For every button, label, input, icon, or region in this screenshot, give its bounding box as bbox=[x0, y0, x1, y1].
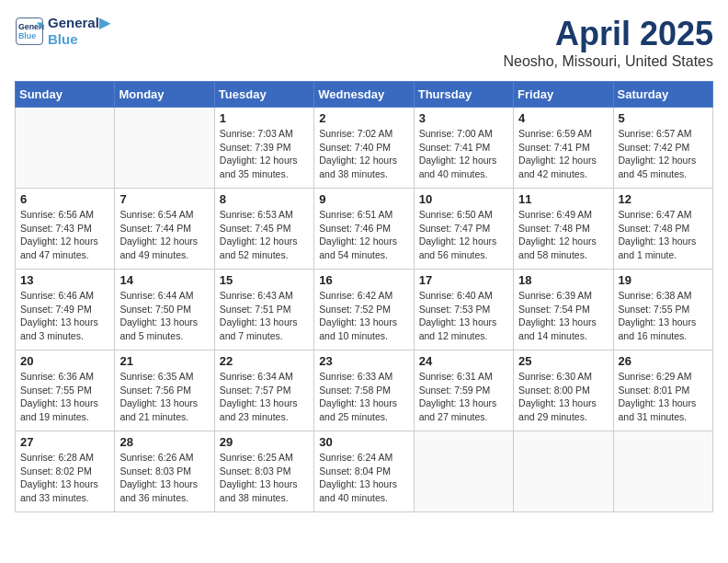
calendar-cell: 17Sunrise: 6:40 AM Sunset: 7:53 PM Dayli… bbox=[414, 270, 513, 350]
day-number: 7 bbox=[119, 192, 209, 206]
weekday-header-tuesday: Tuesday bbox=[214, 82, 313, 108]
day-info: Sunrise: 6:40 AM Sunset: 7:53 PM Dayligh… bbox=[419, 289, 508, 343]
day-number: 16 bbox=[319, 273, 408, 287]
calendar-cell: 21Sunrise: 6:35 AM Sunset: 7:56 PM Dayli… bbox=[115, 350, 214, 431]
calendar-cell: 6Sunrise: 6:56 AM Sunset: 7:43 PM Daylig… bbox=[16, 189, 115, 270]
day-number: 9 bbox=[319, 192, 408, 206]
day-info: Sunrise: 6:50 AM Sunset: 7:47 PM Dayligh… bbox=[419, 208, 508, 262]
day-number: 24 bbox=[419, 354, 508, 368]
calendar-cell: 11Sunrise: 6:49 AM Sunset: 7:48 PM Dayli… bbox=[514, 189, 613, 270]
calendar-week-row: 6Sunrise: 6:56 AM Sunset: 7:43 PM Daylig… bbox=[16, 189, 713, 270]
day-number: 1 bbox=[220, 111, 309, 125]
weekday-header-thursday: Thursday bbox=[414, 82, 513, 108]
calendar-cell: 18Sunrise: 6:39 AM Sunset: 7:54 PM Dayli… bbox=[514, 270, 613, 350]
day-info: Sunrise: 6:28 AM Sunset: 8:02 PM Dayligh… bbox=[20, 451, 109, 505]
page-header: General Blue General▶ Blue April 2025 Ne… bbox=[15, 15, 713, 70]
calendar-cell: 7Sunrise: 6:54 AM Sunset: 7:44 PM Daylig… bbox=[115, 189, 214, 270]
day-info: Sunrise: 7:03 AM Sunset: 7:39 PM Dayligh… bbox=[220, 127, 309, 181]
calendar-cell: 3Sunrise: 7:00 AM Sunset: 7:41 PM Daylig… bbox=[414, 108, 513, 189]
day-info: Sunrise: 6:57 AM Sunset: 7:42 PM Dayligh… bbox=[619, 127, 708, 181]
calendar-cell: 19Sunrise: 6:38 AM Sunset: 7:55 PM Dayli… bbox=[613, 270, 712, 350]
day-number: 29 bbox=[220, 435, 309, 449]
day-info: Sunrise: 6:38 AM Sunset: 7:55 PM Dayligh… bbox=[619, 289, 708, 343]
calendar-cell: 30Sunrise: 6:24 AM Sunset: 8:04 PM Dayli… bbox=[314, 431, 414, 512]
calendar-cell bbox=[115, 108, 214, 189]
day-number: 18 bbox=[518, 273, 608, 287]
calendar-cell bbox=[514, 431, 613, 512]
weekday-header-sunday: Sunday bbox=[16, 82, 115, 108]
calendar-cell: 22Sunrise: 6:34 AM Sunset: 7:57 PM Dayli… bbox=[214, 350, 313, 431]
calendar-cell: 9Sunrise: 6:51 AM Sunset: 7:46 PM Daylig… bbox=[314, 189, 414, 270]
day-number: 19 bbox=[619, 273, 708, 287]
day-info: Sunrise: 6:24 AM Sunset: 8:04 PM Dayligh… bbox=[319, 451, 408, 505]
calendar-cell: 4Sunrise: 6:59 AM Sunset: 7:41 PM Daylig… bbox=[514, 108, 613, 189]
weekday-header-monday: Monday bbox=[115, 82, 214, 108]
day-info: Sunrise: 6:42 AM Sunset: 7:52 PM Dayligh… bbox=[319, 289, 408, 343]
day-info: Sunrise: 7:00 AM Sunset: 7:41 PM Dayligh… bbox=[419, 127, 508, 181]
calendar-cell: 8Sunrise: 6:53 AM Sunset: 7:45 PM Daylig… bbox=[214, 189, 313, 270]
calendar-cell bbox=[414, 431, 513, 512]
calendar-cell: 2Sunrise: 7:02 AM Sunset: 7:40 PM Daylig… bbox=[314, 108, 414, 189]
title-block: April 2025 Neosho, Missouri, United Stat… bbox=[503, 15, 713, 70]
calendar-week-row: 27Sunrise: 6:28 AM Sunset: 8:02 PM Dayli… bbox=[16, 431, 713, 512]
day-info: Sunrise: 6:36 AM Sunset: 7:55 PM Dayligh… bbox=[20, 370, 109, 424]
day-number: 17 bbox=[419, 273, 508, 287]
calendar-cell: 27Sunrise: 6:28 AM Sunset: 8:02 PM Dayli… bbox=[16, 431, 115, 512]
day-number: 23 bbox=[319, 354, 408, 368]
svg-text:Blue: Blue bbox=[18, 31, 36, 40]
day-number: 3 bbox=[419, 111, 508, 125]
day-info: Sunrise: 6:35 AM Sunset: 7:56 PM Dayligh… bbox=[119, 370, 209, 424]
day-number: 10 bbox=[419, 192, 508, 206]
day-number: 27 bbox=[20, 435, 109, 449]
day-info: Sunrise: 6:33 AM Sunset: 7:58 PM Dayligh… bbox=[319, 370, 408, 424]
day-info: Sunrise: 6:29 AM Sunset: 8:01 PM Dayligh… bbox=[619, 370, 708, 424]
day-info: Sunrise: 6:26 AM Sunset: 8:03 PM Dayligh… bbox=[119, 451, 209, 505]
day-number: 28 bbox=[119, 435, 209, 449]
day-info: Sunrise: 6:56 AM Sunset: 7:43 PM Dayligh… bbox=[20, 208, 109, 262]
calendar-cell: 25Sunrise: 6:30 AM Sunset: 8:00 PM Dayli… bbox=[514, 350, 613, 431]
logo-subtext: Blue bbox=[48, 31, 110, 47]
calendar-cell: 23Sunrise: 6:33 AM Sunset: 7:58 PM Dayli… bbox=[314, 350, 414, 431]
calendar-cell: 24Sunrise: 6:31 AM Sunset: 7:59 PM Dayli… bbox=[414, 350, 513, 431]
calendar-cell: 12Sunrise: 6:47 AM Sunset: 7:48 PM Dayli… bbox=[613, 189, 712, 270]
day-number: 26 bbox=[619, 354, 708, 368]
weekday-header-wednesday: Wednesday bbox=[314, 82, 414, 108]
calendar-cell: 10Sunrise: 6:50 AM Sunset: 7:47 PM Dayli… bbox=[414, 189, 513, 270]
day-info: Sunrise: 6:47 AM Sunset: 7:48 PM Dayligh… bbox=[619, 208, 708, 262]
day-number: 15 bbox=[220, 273, 309, 287]
location: Neosho, Missouri, United States bbox=[503, 53, 713, 70]
calendar-cell: 28Sunrise: 6:26 AM Sunset: 8:03 PM Dayli… bbox=[115, 431, 214, 512]
calendar-cell: 5Sunrise: 6:57 AM Sunset: 7:42 PM Daylig… bbox=[613, 108, 712, 189]
day-number: 25 bbox=[518, 354, 608, 368]
calendar-cell: 13Sunrise: 6:46 AM Sunset: 7:49 PM Dayli… bbox=[16, 270, 115, 350]
logo-icon: General Blue bbox=[15, 17, 44, 46]
day-number: 6 bbox=[20, 192, 109, 206]
day-number: 21 bbox=[119, 354, 209, 368]
day-number: 20 bbox=[20, 354, 109, 368]
calendar-table: SundayMondayTuesdayWednesdayThursdayFrid… bbox=[15, 81, 713, 512]
calendar-cell: 20Sunrise: 6:36 AM Sunset: 7:55 PM Dayli… bbox=[16, 350, 115, 431]
day-number: 22 bbox=[220, 354, 309, 368]
day-number: 14 bbox=[119, 273, 209, 287]
day-number: 30 bbox=[319, 435, 408, 449]
day-number: 11 bbox=[518, 192, 608, 206]
day-info: Sunrise: 6:43 AM Sunset: 7:51 PM Dayligh… bbox=[220, 289, 309, 343]
day-info: Sunrise: 6:34 AM Sunset: 7:57 PM Dayligh… bbox=[220, 370, 309, 424]
day-number: 8 bbox=[220, 192, 309, 206]
day-info: Sunrise: 6:31 AM Sunset: 7:59 PM Dayligh… bbox=[419, 370, 508, 424]
calendar-cell: 26Sunrise: 6:29 AM Sunset: 8:01 PM Dayli… bbox=[613, 350, 712, 431]
day-info: Sunrise: 6:44 AM Sunset: 7:50 PM Dayligh… bbox=[119, 289, 209, 343]
day-info: Sunrise: 7:02 AM Sunset: 7:40 PM Dayligh… bbox=[319, 127, 408, 181]
calendar-week-row: 13Sunrise: 6:46 AM Sunset: 7:49 PM Dayli… bbox=[16, 270, 713, 350]
calendar-cell: 1Sunrise: 7:03 AM Sunset: 7:39 PM Daylig… bbox=[214, 108, 313, 189]
calendar-cell bbox=[613, 431, 712, 512]
calendar-week-row: 1Sunrise: 7:03 AM Sunset: 7:39 PM Daylig… bbox=[16, 108, 713, 189]
calendar-cell: 14Sunrise: 6:44 AM Sunset: 7:50 PM Dayli… bbox=[115, 270, 214, 350]
day-info: Sunrise: 6:49 AM Sunset: 7:48 PM Dayligh… bbox=[518, 208, 608, 262]
calendar-cell: 15Sunrise: 6:43 AM Sunset: 7:51 PM Dayli… bbox=[214, 270, 313, 350]
day-number: 2 bbox=[319, 111, 408, 125]
calendar-week-row: 20Sunrise: 6:36 AM Sunset: 7:55 PM Dayli… bbox=[16, 350, 713, 431]
day-number: 5 bbox=[619, 111, 708, 125]
day-info: Sunrise: 6:30 AM Sunset: 8:00 PM Dayligh… bbox=[518, 370, 608, 424]
calendar-cell: 29Sunrise: 6:25 AM Sunset: 8:03 PM Dayli… bbox=[214, 431, 313, 512]
